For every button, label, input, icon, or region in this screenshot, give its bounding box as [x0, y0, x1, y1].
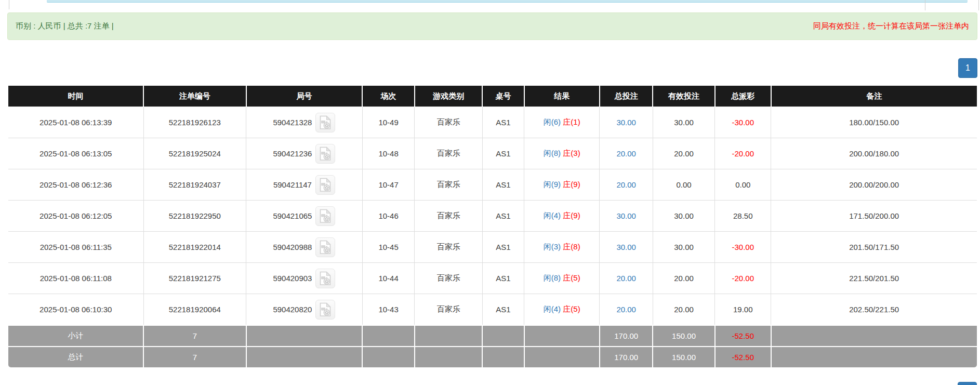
panel-right-border — [978, 0, 979, 10]
subtotal-count: 7 — [143, 325, 246, 347]
cell-game-type: 百家乐 — [415, 107, 482, 138]
cell-result: 闲(6) 庄(1) — [524, 107, 600, 138]
column-header-2: 局号 — [246, 86, 363, 107]
subtotal-total-bet: 170.00 — [600, 325, 653, 347]
video-file-icon — [319, 240, 332, 255]
video-replay-button[interactable] — [315, 269, 335, 288]
video-replay-button[interactable] — [315, 237, 335, 257]
cell-session: 10-43 — [362, 294, 415, 326]
cell-round: 590421328 — [246, 107, 363, 138]
cell-table-no: AS1 — [482, 294, 524, 326]
round-number: 590421236 — [273, 149, 312, 158]
column-header-7: 总投注 — [600, 86, 653, 107]
round-number: 590420820 — [273, 305, 312, 314]
table-row: 2025-01-08 06:12:05 522181922950 5904210… — [8, 201, 977, 232]
cell-payout: -20.00 — [715, 263, 771, 294]
video-replay-button[interactable] — [315, 206, 335, 226]
cell-table-no: AS1 — [482, 263, 524, 294]
video-file-icon — [319, 271, 332, 286]
cell-bet-id: 522181926123 — [143, 107, 246, 138]
cell-session: 10-49 — [362, 107, 415, 138]
table-body: 2025-01-08 06:13:39 522181926123 5904213… — [8, 107, 977, 326]
column-header-4: 游戏类别 — [415, 86, 482, 107]
total-count: 7 — [143, 347, 246, 367]
cell-total-bet: 30.00 — [600, 232, 653, 263]
cell-bet-id: 522181921275 — [143, 263, 246, 294]
table-row: 2025-01-08 06:13:05 522181925024 5904212… — [8, 138, 977, 169]
cell-game-type: 百家乐 — [415, 201, 482, 232]
panel-inner-border — [925, 0, 925, 10]
cell-bet-id: 522181922950 — [143, 201, 246, 232]
total-bet-link[interactable]: 20.00 — [616, 305, 636, 314]
result-banker: 庄(8) — [563, 242, 580, 251]
total-bet-link[interactable]: 30.00 — [616, 243, 636, 251]
cell-result: 闲(8) 庄(5) — [524, 263, 600, 294]
table-row: 2025-01-08 06:11:08 522181921275 5904209… — [8, 263, 977, 294]
cell-valid-bet: 20.00 — [653, 294, 714, 326]
video-replay-button[interactable] — [315, 113, 335, 132]
table-summary: 小计 7 170.00 150.00 -52.50 总计 7 170.00 15… — [8, 325, 977, 367]
cell-payout: -30.00 — [715, 232, 771, 263]
cell-total-bet: 20.00 — [600, 169, 653, 201]
cell-game-type: 百家乐 — [415, 263, 482, 294]
round-number: 590421065 — [273, 211, 312, 220]
cell-valid-bet: 20.00 — [653, 263, 714, 294]
cell-payout: -20.00 — [715, 138, 771, 169]
total-bet-link[interactable]: 20.00 — [616, 180, 636, 189]
column-header-5: 桌号 — [482, 86, 524, 107]
cell-round: 590421236 — [246, 138, 363, 169]
video-replay-button[interactable] — [315, 144, 335, 164]
result-banker: 庄(9) — [563, 211, 580, 220]
total-label: 总计 — [8, 347, 143, 367]
result-banker: 庄(9) — [563, 180, 580, 189]
pagination-page-1-top[interactable]: 1 — [958, 58, 977, 78]
column-header-10: 备注 — [771, 86, 977, 107]
cell-remark: 221.50/201.50 — [771, 263, 977, 294]
clipped-panel-bottom — [0, 0, 980, 10]
column-header-1: 注单编号 — [143, 86, 246, 107]
cell-session: 10-45 — [362, 232, 415, 263]
cell-payout: 19.00 — [715, 294, 771, 326]
video-replay-button[interactable] — [315, 175, 335, 195]
cell-payout: -30.00 — [715, 107, 771, 138]
cell-bet-id: 522181920064 — [143, 294, 246, 326]
result-banker: 庄(5) — [563, 304, 580, 313]
total-total-bet: 170.00 — [600, 347, 653, 367]
column-header-9: 总派彩 — [715, 86, 771, 107]
cell-remark: 171.50/200.00 — [771, 201, 977, 232]
video-replay-button[interactable] — [315, 300, 335, 320]
round-number: 590421328 — [273, 118, 312, 127]
video-file-icon — [319, 115, 332, 130]
cell-total-bet: 20.00 — [600, 138, 653, 169]
total-bet-link[interactable]: 30.00 — [616, 118, 636, 127]
result-player: 闲(3) — [544, 242, 561, 251]
valid-bet-rule-text: 同局有效投注，统一计算在该局第一张注单内 — [813, 21, 969, 31]
cell-round: 590421147 — [246, 169, 363, 201]
cell-time: 2025-01-08 06:12:36 — [8, 169, 143, 201]
currency-summary-text: 币别 : 人民币 | 总共 :7 注单 | — [16, 21, 114, 31]
total-bet-link[interactable]: 20.00 — [616, 149, 636, 158]
cell-session: 10-44 — [362, 263, 415, 294]
result-player: 闲(4) — [544, 211, 561, 220]
cell-session: 10-46 — [362, 201, 415, 232]
cell-game-type: 百家乐 — [415, 294, 482, 326]
cell-total-bet: 30.00 — [600, 201, 653, 232]
bet-records-table: 时间注单编号局号场次游戏类别桌号结果总投注有效投注总派彩备注 2025-01-0… — [8, 86, 977, 367]
cell-bet-id: 522181924037 — [143, 169, 246, 201]
cell-time: 2025-01-08 06:11:08 — [8, 263, 143, 294]
cell-remark: 200.00/200.00 — [771, 169, 977, 201]
subtotal-valid-bet: 150.00 — [653, 325, 714, 347]
cell-time: 2025-01-08 06:11:35 — [8, 232, 143, 263]
result-player: 闲(9) — [544, 180, 561, 189]
round-number: 590421147 — [273, 180, 312, 189]
cell-remark: 201.50/171.50 — [771, 232, 977, 263]
cell-time: 2025-01-08 06:10:30 — [8, 294, 143, 326]
cell-result: 闲(4) 庄(9) — [524, 201, 600, 232]
table-row: 2025-01-08 06:10:30 522181920064 5904208… — [8, 294, 977, 326]
pagination-page-1-bottom[interactable]: 1 — [958, 382, 977, 385]
cell-remark: 180.00/150.00 — [771, 107, 977, 138]
total-bet-link[interactable]: 20.00 — [616, 274, 636, 283]
total-bet-link[interactable]: 30.00 — [616, 211, 636, 220]
video-file-icon — [319, 209, 332, 223]
result-player: 闲(4) — [544, 304, 561, 313]
